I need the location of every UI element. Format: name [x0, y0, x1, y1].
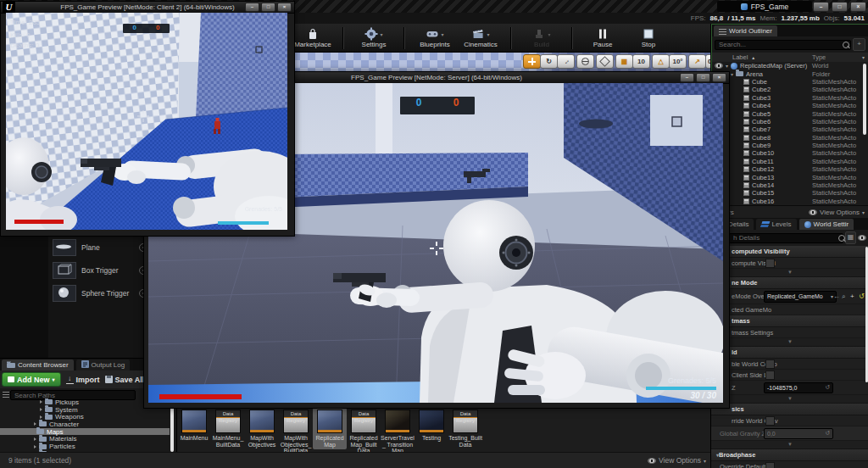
add-icon[interactable]: +	[850, 292, 854, 300]
asset-item-mainmenu-builtdata[interactable]: Data RegistryMainMenu_BuiltData	[211, 408, 245, 449]
outliner-row[interactable]: Cube13StaticMeshActo	[712, 173, 868, 181]
asset-item-mainmenu[interactable]: MainMenu	[177, 408, 211, 443]
outliner-view-options-button[interactable]: View Options ▾	[809, 209, 865, 216]
details-search-input[interactable]	[714, 233, 843, 243]
folder-row-materials[interactable]: Materials	[0, 436, 170, 443]
type-column-header[interactable]: Type	[812, 53, 826, 61]
outliner-row[interactable]: Cube5StaticMeshActo	[712, 109, 868, 117]
checkbox[interactable]	[765, 370, 775, 380]
scale-snap-icon[interactable]: ↗	[688, 54, 706, 69]
outliner-row[interactable]: Cube2StaticMeshActo	[712, 86, 868, 93]
reset-icon[interactable]: ↺	[859, 292, 865, 300]
visibility-eye-icon[interactable]	[715, 63, 723, 69]
section-header-computed-visibility[interactable]: computed Visibility	[711, 246, 868, 258]
place-item-plane[interactable]: Plane	[53, 239, 147, 256]
outliner-add-filter-icon[interactable]: +	[853, 38, 865, 51]
outliner-row[interactable]: CubeStaticMeshActo	[712, 78, 868, 86]
label-column-header[interactable]: Label	[732, 53, 748, 61]
setting-row-rride-world-grav[interactable]: rride World Grav	[711, 415, 868, 426]
add-new-button[interactable]: Add New ▾	[2, 372, 61, 387]
value-input[interactable]: -1048575,0↺	[764, 382, 833, 393]
toolbar-build-button[interactable]: ▾Build	[522, 27, 561, 48]
surface-snap-icon[interactable]	[596, 54, 614, 69]
gamemode-override-dropdown[interactable]: Replicated_GameMo▾	[764, 291, 837, 303]
outliner-row[interactable]: Cube3StaticMeshActo	[712, 94, 868, 102]
asset-item-replicated-map[interactable]: Replicated Map	[313, 408, 347, 449]
asset-item-testing[interactable]: Testing	[415, 408, 448, 443]
setting-row-client-side-lev[interactable]: Client Side Lev	[711, 370, 868, 381]
outliner-row[interactable]: Cube10StaticMeshActo	[712, 149, 868, 157]
grid-view-icon[interactable]: ▦	[845, 231, 856, 244]
place-item-box-trigger[interactable]: Box Trigger	[53, 262, 147, 279]
place-item-sphere-trigger[interactable]: Sphere Trigger	[53, 285, 147, 302]
scrollbar[interactable]	[863, 64, 866, 135]
outliner-row[interactable]: Cube8StaticMeshActo	[712, 134, 868, 142]
close-icon[interactable]: ×	[850, 2, 866, 12]
setting-row-emode-overrid[interactable]: eMode OverridReplicated_GameMo▾←⌕+↺	[711, 289, 868, 304]
toolbar-cinematics-button[interactable]: ▾Cinematics	[461, 27, 500, 48]
asset-item-mapwith-objectives-builtdata[interactable]: Data RegistryMapWith Objectives_ BuiltDa…	[279, 408, 313, 456]
outliner-row[interactable]: Cube11StaticMeshActo	[712, 158, 868, 165]
checkbox[interactable]	[765, 259, 775, 268]
minimize-icon[interactable]: –	[680, 73, 694, 82]
expand-arrow-icon[interactable]	[34, 445, 36, 448]
asset-item-servertravel-transition-map[interactable]: ServerTravel_ Transition Map	[381, 408, 415, 456]
outliner-row[interactable]: Cube9StaticMeshActo	[712, 142, 868, 149]
save-all-button[interactable]: Save All	[105, 376, 145, 384]
folder-row-character[interactable]: Character	[0, 421, 170, 428]
outliner-row[interactable]: ▾ReplicatedMap (Server)World	[712, 62, 868, 70]
outliner-row[interactable]: ▾ArenaFolder	[712, 70, 868, 77]
grid-snap-icon[interactable]: ▦	[615, 54, 633, 69]
maximize-icon[interactable]: □	[696, 73, 710, 82]
sources-filter-icon[interactable]	[3, 392, 9, 398]
section-collapse-strip[interactable]: ▼	[711, 395, 868, 404]
client-window-titlebar[interactable]: U FPS_Game Preview [NetMode: Client 2] (…	[1, 2, 294, 14]
setting-row-ble-world-comp[interactable]: ble World Comp	[711, 359, 868, 370]
section-collapse-strip[interactable]: ▼	[711, 441, 868, 449]
grid-snap-value[interactable]: 10	[632, 54, 650, 69]
expand-caret-icon[interactable]: ▾	[731, 71, 733, 77]
scale-tool-icon[interactable]: ↔	[557, 54, 575, 69]
value-input[interactable]: 0,0↺	[764, 428, 833, 439]
expand-arrow-icon[interactable]	[40, 400, 42, 404]
setting-row-z[interactable]: Z-1048575,0↺	[711, 381, 868, 395]
outliner-row[interactable]: Cube15StaticMeshActo	[712, 189, 868, 197]
toolbar-settings-button[interactable]: ▾Settings	[354, 27, 393, 48]
outliner-search-input[interactable]	[715, 40, 851, 50]
expand-arrow-icon[interactable]	[34, 422, 36, 426]
close-icon[interactable]: ×	[277, 3, 292, 12]
maximize-icon[interactable]: □	[261, 3, 275, 12]
folder-row-particles[interactable]: Particles	[0, 443, 170, 450]
expand-arrow-icon[interactable]	[40, 408, 42, 411]
setting-row-tmass-settings[interactable]: tmass Settings	[711, 327, 868, 338]
tab-output-log[interactable]: Output Log	[76, 359, 131, 370]
outliner-row[interactable]: Cube12StaticMeshActo	[712, 165, 868, 173]
asset-item-mapwith-objectives[interactable]: MapWith Objectives	[245, 408, 279, 449]
outliner-row[interactable]: Cube16StaticMeshActo	[712, 198, 868, 205]
section-collapse-strip[interactable]: ▼	[711, 338, 868, 347]
section-header-ld[interactable]: ld	[711, 347, 868, 359]
details-eye-icon[interactable]	[858, 235, 866, 241]
toolbar-pause-button[interactable]: Pause	[583, 27, 622, 48]
world-local-toggle-icon[interactable]	[576, 54, 594, 69]
tab-world-outliner[interactable]: World Outliner	[714, 25, 777, 36]
toolbar-marketplace-button[interactable]: Marketplace	[293, 27, 332, 48]
toolbar-stop-button[interactable]: Stop	[629, 27, 668, 48]
outliner-row[interactable]: Cube14StaticMeshActo	[712, 181, 868, 189]
client-preview-window[interactable]: U FPS_Game Preview [NetMode: Client 2] (…	[0, 1, 295, 237]
setting-row-global-gravity-z[interactable]: Global Gravity Z0,0↺	[711, 426, 868, 441]
revert-icon[interactable]: ↺	[825, 384, 830, 391]
minimize-icon[interactable]: –	[813, 2, 829, 12]
section-header-broadphase[interactable]: ▾ Broadphase	[711, 449, 868, 461]
client-game-viewport[interactable]: Time: 285 Kills: 0 Deaths: 0 0 0 Grenade…	[6, 13, 287, 230]
section-header-tmass[interactable]: tmass	[711, 315, 868, 327]
filter-caret-icon[interactable]: ▾	[862, 54, 865, 60]
section-header-sics[interactable]: sics	[711, 404, 868, 415]
rotation-snap-icon[interactable]: △	[652, 54, 670, 69]
section-header-ne-mode[interactable]: ne Mode	[711, 277, 868, 289]
folder-row-weapons[interactable]: Weapons	[0, 413, 170, 421]
folder-row-maps[interactable]: Maps	[0, 428, 170, 436]
use-selected-icon[interactable]: ←	[833, 292, 840, 300]
expand-arrow-icon[interactable]	[40, 415, 42, 419]
setting-row-cted-gamemo[interactable]: cted GameMo	[711, 304, 868, 315]
